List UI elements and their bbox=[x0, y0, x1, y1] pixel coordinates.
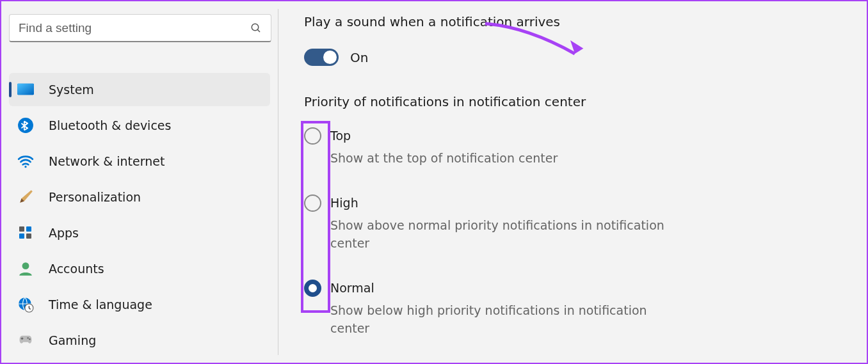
svg-rect-9 bbox=[26, 233, 31, 239]
priority-radio-group: Top Show at the top of notification cent… bbox=[304, 127, 841, 338]
sound-setting-title: Play a sound when a notification arrives bbox=[304, 14, 841, 29]
apps-icon bbox=[17, 224, 35, 242]
globe-clock-icon bbox=[17, 296, 35, 313]
sidebar-item-label: Bluetooth & devices bbox=[49, 118, 171, 132]
sidebar-item-apps[interactable]: Apps bbox=[9, 216, 270, 249]
system-icon bbox=[17, 81, 35, 99]
svg-rect-8 bbox=[19, 233, 24, 239]
search-input[interactable] bbox=[19, 21, 250, 35]
radio-title: Top bbox=[330, 129, 558, 143]
priority-heading: Priority of notifications in notificatio… bbox=[304, 94, 841, 109]
main-content: Play a sound when a notification arrives… bbox=[278, 1, 867, 363]
priority-option-top[interactable]: Top Show at the top of notification cent… bbox=[304, 127, 841, 168]
sidebar-item-label: Time & language bbox=[49, 297, 152, 312]
sidebar-item-bluetooth[interactable]: Bluetooth & devices bbox=[9, 109, 270, 142]
sidebar-item-time[interactable]: Time & language bbox=[9, 288, 270, 321]
toggle-state-label: On bbox=[350, 50, 368, 65]
bluetooth-icon bbox=[17, 116, 35, 134]
sidebar: System Bluetooth & devices Network & int… bbox=[1, 1, 278, 363]
sidebar-item-system[interactable]: System bbox=[9, 73, 270, 106]
radio-desc: Show above normal priority notifications… bbox=[330, 216, 689, 253]
priority-option-normal[interactable]: Normal Show below high priority notifica… bbox=[304, 280, 841, 338]
svg-point-5 bbox=[24, 166, 26, 168]
gamepad-icon bbox=[17, 331, 35, 349]
person-icon bbox=[17, 260, 35, 278]
sidebar-item-accounts[interactable]: Accounts bbox=[9, 252, 270, 285]
sound-toggle[interactable] bbox=[304, 49, 339, 66]
nav-list: System Bluetooth & devices Network & int… bbox=[9, 73, 270, 357]
sidebar-item-gaming[interactable]: Gaming bbox=[9, 324, 270, 357]
radio-title: High bbox=[330, 196, 689, 210]
sidebar-item-label: Network & internet bbox=[49, 154, 165, 168]
radio-desc: Show below high priority notifications i… bbox=[330, 301, 689, 338]
svg-point-14 bbox=[29, 338, 30, 340]
search-icon bbox=[250, 22, 262, 34]
svg-rect-7 bbox=[26, 226, 31, 232]
radio-normal[interactable] bbox=[304, 280, 321, 297]
sidebar-item-network[interactable]: Network & internet bbox=[9, 145, 270, 178]
priority-option-high[interactable]: High Show above normal priority notifica… bbox=[304, 194, 841, 253]
paintbrush-icon bbox=[17, 188, 35, 206]
sidebar-item-label: Personalization bbox=[49, 190, 141, 204]
sidebar-item-label: System bbox=[49, 83, 94, 97]
svg-rect-3 bbox=[17, 84, 34, 95]
radio-desc: Show at the top of notification center bbox=[330, 149, 558, 168]
svg-point-0 bbox=[252, 24, 259, 31]
toggle-knob bbox=[323, 51, 337, 64]
svg-rect-6 bbox=[19, 226, 24, 232]
radio-high[interactable] bbox=[304, 194, 321, 212]
sidebar-item-label: Gaming bbox=[49, 333, 96, 347]
radio-title: Normal bbox=[330, 281, 689, 295]
sidebar-item-label: Apps bbox=[49, 226, 79, 240]
svg-point-13 bbox=[27, 337, 28, 338]
svg-line-1 bbox=[257, 29, 260, 32]
search-box[interactable] bbox=[9, 14, 271, 42]
radio-top[interactable] bbox=[304, 127, 321, 145]
svg-point-10 bbox=[22, 262, 29, 269]
sidebar-item-label: Accounts bbox=[49, 262, 104, 276]
sidebar-item-personalization[interactable]: Personalization bbox=[9, 180, 270, 214]
wifi-icon bbox=[17, 152, 35, 170]
